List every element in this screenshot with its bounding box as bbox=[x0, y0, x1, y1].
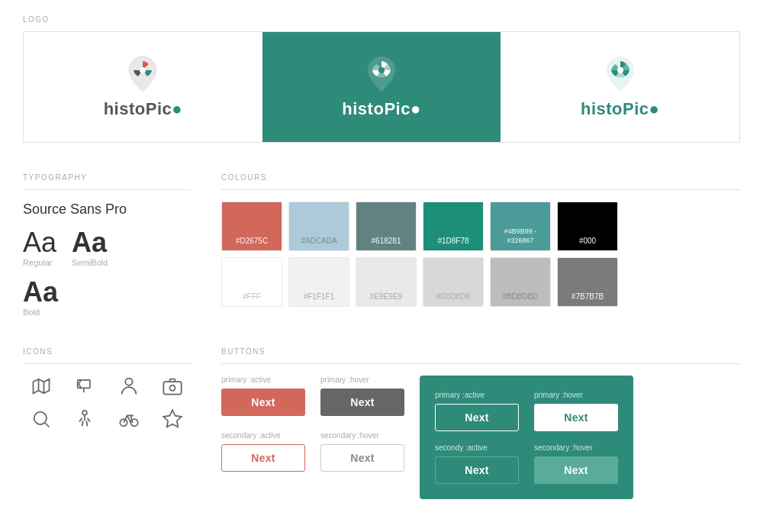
color-row-1: #D2675C #ADCADA #618281 #1D8F78 #4B9B99 … bbox=[221, 202, 740, 251]
type-samples: Aa Regular Aa SemiBold bbox=[23, 229, 191, 267]
dark-secondary-hover-label: secondary :hover bbox=[534, 443, 593, 452]
type-label-bold: Bold bbox=[23, 308, 191, 317]
button-group-secondary: secondary :active Next secondary :hover … bbox=[221, 431, 404, 472]
pedestrian-icon bbox=[67, 408, 104, 430]
swatch-e9e9e9: #E9E9E9 bbox=[356, 257, 417, 307]
dark-primary-active-label: primary :active bbox=[435, 391, 485, 399]
dark-primary-hover-label: primary :hover bbox=[534, 391, 583, 399]
btn-dark-secondary-active[interactable]: Next bbox=[435, 456, 519, 484]
btn-primary-active[interactable]: Next bbox=[221, 389, 305, 416]
svg-rect-3 bbox=[78, 380, 90, 389]
logo-pin-teal bbox=[366, 55, 397, 93]
type-large-bold: Aa bbox=[23, 279, 191, 306]
dark-groups: primary :active Next primary :hover Next… bbox=[435, 391, 618, 484]
swatch-4b9b99: #4B9B99 -#326867 bbox=[490, 202, 551, 251]
typography-section: TYPOGRAPHY Source Sans Pro Aa Regular Aa… bbox=[23, 173, 191, 317]
hex-label-000: #000 bbox=[579, 236, 596, 246]
secondary-hover-label: secondary :hover bbox=[320, 431, 379, 440]
logo-outline: histoPic● bbox=[501, 32, 739, 142]
type-regular: Aa Regular bbox=[23, 229, 56, 267]
type-large-regular: Aa bbox=[23, 229, 56, 256]
colours-label: COLOURS bbox=[221, 173, 740, 182]
primary-hover-label: primary :hover bbox=[320, 376, 369, 384]
button-col-secondary-active: secondary :active Next bbox=[221, 431, 305, 472]
type-label-semibold: SemiBold bbox=[72, 258, 108, 267]
dark-button-col-primary-hover: primary :hover Next bbox=[534, 391, 618, 431]
middle-row: TYPOGRAPHY Source Sans Pro Aa Regular Aa… bbox=[23, 173, 740, 317]
btn-secondary-active[interactable]: Next bbox=[221, 444, 305, 472]
svg-point-0 bbox=[140, 67, 146, 73]
btn-dark-primary-hover[interactable]: Next bbox=[534, 404, 618, 431]
logo-text-teal: histoPic● bbox=[342, 99, 420, 119]
swatch-1d8f78: #1D8F78 bbox=[423, 202, 484, 251]
bike-icon bbox=[111, 408, 147, 430]
dark-button-col-secondary-hover: secondary :hover Next bbox=[534, 443, 618, 484]
buttons-light: primary :active Next primary :hover Next… bbox=[221, 376, 404, 499]
typography-label: TYPOGRAPHY bbox=[23, 173, 191, 182]
swatch-d8d8d8: #D8D8D8 bbox=[423, 257, 484, 307]
type-semibold: Aa SemiBold bbox=[72, 229, 108, 267]
logo-text-white: histoPic● bbox=[104, 99, 182, 119]
svg-point-1 bbox=[378, 67, 385, 73]
dark-button-group-primary: primary :active Next primary :hover Next bbox=[435, 391, 618, 431]
dark-button-col-secondary-active: secondy :active Next bbox=[435, 443, 519, 484]
buttons-label: BUTTONS bbox=[221, 347, 740, 356]
logo-text-outline: histoPic● bbox=[581, 99, 659, 119]
buttons-layout: primary :active Next primary :hover Next… bbox=[221, 376, 740, 499]
icon-grid bbox=[23, 376, 191, 430]
buttons-divider bbox=[221, 363, 740, 364]
swatch-adcada: #ADCADA bbox=[288, 202, 349, 251]
hex-label-e9e9e9: #E9E9E9 bbox=[370, 292, 402, 301]
swatch-618281: #618281 bbox=[356, 202, 417, 251]
hex-label-adcada: #ADCADA bbox=[301, 236, 336, 246]
btn-dark-secondary-hover[interactable]: Next bbox=[534, 456, 618, 484]
button-col-secondary-hover: secondary :hover Next bbox=[320, 431, 404, 472]
hex-label-4b9b99: #4B9B99 -#326867 bbox=[504, 227, 537, 246]
swatch-bdbdbd: #BDBDBD bbox=[490, 257, 551, 307]
swatch-fff: #FFF bbox=[221, 257, 282, 307]
btn-primary-hover[interactable]: Next bbox=[320, 389, 404, 416]
hex-label-bdbdbd: #BDBDBD bbox=[502, 292, 538, 301]
logo-container: histoPic● histoPic● bbox=[23, 31, 740, 143]
colours-section: COLOURS #D2675C #ADCADA #618281 #1D8F78 … bbox=[221, 173, 740, 317]
button-col-primary-hover: primary :hover Next bbox=[320, 376, 404, 416]
search-icon bbox=[23, 408, 60, 430]
dark-button-col-primary-active: primary :active Next bbox=[435, 391, 519, 431]
sign-icon bbox=[67, 376, 104, 397]
swatch-d2675c: #D2675C bbox=[221, 202, 282, 251]
map-icon bbox=[23, 376, 60, 397]
font-name: Source Sans Pro bbox=[23, 202, 191, 218]
hex-label-fff: #FFF bbox=[243, 292, 261, 301]
svg-point-4 bbox=[125, 379, 132, 385]
hex-label-1d8f78: #1D8F78 bbox=[437, 236, 468, 246]
secondary-active-label: secondary :active bbox=[221, 431, 281, 440]
swatch-000: #000 bbox=[557, 202, 618, 251]
svg-point-8 bbox=[82, 411, 87, 415]
button-col-primary-active: primary :active Next bbox=[221, 376, 305, 416]
btn-dark-primary-active[interactable]: Next bbox=[435, 404, 519, 431]
person-icon bbox=[111, 376, 147, 397]
svg-rect-5 bbox=[164, 382, 182, 394]
hex-label-d8d8d8: #D8D8D8 bbox=[436, 292, 470, 301]
logo-white: histoPic● bbox=[24, 32, 262, 142]
button-group-primary: primary :active Next primary :hover Next bbox=[221, 376, 404, 416]
primary-active-label: primary :active bbox=[221, 376, 271, 384]
color-row-2: #FFF #F1F1F1 #E9E9E9 #D8D8D8 #BDBDBD #7B… bbox=[221, 257, 740, 307]
svg-marker-11 bbox=[164, 410, 182, 427]
hex-label-7b7b7b: #7B7B7B bbox=[571, 292, 604, 301]
swatch-7b7b7b: #7B7B7B bbox=[557, 257, 618, 307]
btn-secondary-hover[interactable]: Next bbox=[320, 444, 404, 472]
logo-pin-outline bbox=[605, 55, 636, 93]
hex-label-d2675c: #D2675C bbox=[236, 236, 268, 246]
dark-button-group-secondary: secondy :active Next secondary :hover Ne… bbox=[435, 443, 618, 484]
svg-point-7 bbox=[34, 412, 46, 424]
svg-point-6 bbox=[170, 385, 175, 391]
logo-section: LOGO histoPic● bbox=[23, 15, 740, 143]
buttons-section: BUTTONS primary :active Next primary :ho… bbox=[221, 347, 740, 499]
icons-divider bbox=[23, 363, 191, 364]
logo-pin-white bbox=[127, 55, 158, 93]
swatch-f1f1f1: #F1F1F1 bbox=[288, 257, 349, 307]
type-bold: Aa Bold bbox=[23, 279, 191, 317]
icons-section: ICONS bbox=[23, 347, 191, 499]
buttons-dark-box: primary :active Next primary :hover Next… bbox=[420, 376, 633, 499]
